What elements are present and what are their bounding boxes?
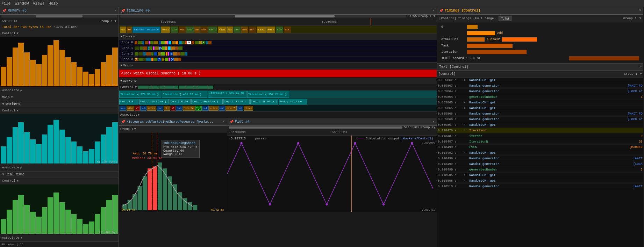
workers-associate-expand[interactable]: ▶ [21, 166, 22, 170]
realtime-bytes-label: 151 468 byt [99, 231, 117, 234]
text-panel-subheader: [Control] Group 1 ▼ [437, 71, 643, 78]
sub-7: oth [164, 106, 170, 111]
log-row-1: 0.085863 s Random generator [WAIT FO [437, 83, 643, 89]
plot-y-max: 1.000000 [422, 141, 435, 144]
main-layout: 📌 Memory #5 × 5s:000ms Group 1 ▼ Total 3… [0, 7, 644, 247]
menu-views[interactable]: Views [33, 1, 44, 6]
sr-re: Re [127, 27, 132, 33]
sub-8: <I [171, 106, 176, 111]
text-panel-title: Text [Control] [439, 65, 468, 69]
core-3-timeline: [R [C [W [135, 57, 437, 62]
main-dropdown[interactable]: ▼ [131, 64, 133, 67]
subtask-row: sub othe <I sub other sub oth <I sub oth… [119, 105, 437, 111]
hist-group-dropdown[interactable]: ▼ [134, 128, 136, 131]
sr-real3: Real [257, 27, 266, 33]
realtime-associate-dropdown[interactable]: ▼ [21, 236, 22, 240]
timing-subtask-text: subTask [487, 38, 500, 41]
memory-close-btn[interactable]: × [114, 9, 116, 13]
realtime-control-label: Control [2, 179, 15, 183]
timeline-associate-expand[interactable]: ▶ [138, 113, 140, 117]
core-0-row: Core 0 [119, 40, 437, 45]
sr-con: Con [171, 27, 178, 33]
histogram-close[interactable]: × [223, 120, 225, 124]
workers-header: ▼ Workers [119, 78, 437, 84]
realtime-dropdown[interactable]: ▼ [17, 179, 19, 183]
sr-real2: Real [218, 27, 227, 33]
svg-point-20 [325, 203, 328, 206]
histogram-title: Histogram subTaskUsingSharedResource [Wo… [127, 120, 213, 124]
timings-title: Timings [Control] [445, 9, 480, 13]
sr-wo: Wo [120, 27, 126, 33]
log-row-19: 0.118510 s Random generator [WAIT [437, 184, 643, 189]
log-row-11: 0.118487 s IterationN 38 [437, 139, 643, 145]
text-panel-close[interactable]: × [639, 65, 641, 69]
plot-group-btn[interactable]: Group 2 [420, 126, 434, 129]
realtime-section-label: Real time [6, 173, 24, 176]
timing-bar-task: Task [440, 43, 641, 49]
iteration-block-2: Iteration { 410.02 ms } [162, 91, 207, 98]
core-1-timeline: [Co [W [135, 45, 437, 51]
pin-icon: 📌 [2, 9, 6, 13]
text-group-dropdown[interactable]: ▼ [640, 72, 642, 76]
workers-triangle[interactable]: ▼ [2, 102, 4, 106]
memory-group-btn[interactable]: Group 1 ▼ [99, 20, 116, 23]
timings-group-dropdown[interactable]: ▼ [639, 17, 641, 20]
timeline-group-btn[interactable]: Group 1 ▼ [418, 15, 435, 18]
timeline-associate-row: Associate ▶ [119, 111, 437, 118]
timing-othersubt-bar [467, 37, 485, 42]
worker-control-row: Control ▼ [119, 84, 437, 90]
associate-label: Associate [2, 89, 19, 92]
core-0-timeline: W E [135, 40, 437, 45]
core-2-label: Core 2 [119, 52, 135, 56]
hist-range: Range Full [163, 153, 197, 156]
cores-header: ▼ Cores ▼ [119, 34, 437, 40]
hist-bin-size: Bin size 536.12 µs [163, 146, 197, 149]
timings-close[interactable]: × [639, 9, 641, 13]
sub-1: sub [120, 106, 126, 111]
sub-6: sub [157, 106, 163, 111]
control-dropdown[interactable]: ▼ [17, 32, 19, 35]
core-2-row: Core 2 [C [119, 51, 437, 57]
hist-avg-label: Avg: 34.79 ms [133, 152, 157, 155]
timing-d-label: d [441, 25, 466, 29]
worker-control-dropdown[interactable]: ▼ [135, 86, 137, 89]
sub-13: other [209, 106, 219, 111]
iteration-block-3: Iteration { 185.55 ms } [208, 91, 246, 98]
panel-timeline: 📌 Timeline #0 × 5s:55 Group 1 ▼ 5s:000ms… [119, 7, 437, 247]
svg-point-17 [240, 142, 242, 145]
timeline-panel-header: 📌 Timeline #0 × [119, 7, 437, 15]
associate-expand[interactable]: ▶ [21, 89, 22, 93]
timeline-close[interactable]: × [432, 9, 435, 13]
cores-triangle[interactable]: ▼ [120, 35, 122, 38]
log-row-18: 0.118508 s > RandomLCM::get [437, 178, 643, 184]
timing-bar-add: Add [440, 30, 641, 36]
workers-triangle[interactable]: ▼ [120, 79, 122, 83]
timing-fullrecord-bar [569, 56, 639, 60]
workers-control-row: Control ▼ [0, 107, 119, 114]
svg-rect-5 [148, 168, 152, 210]
plot-header: 📌 Plot #4 × [227, 118, 437, 126]
cores-section: ▼ Cores ▼ Core 0 [119, 34, 437, 63]
menu-window[interactable]: Window [15, 1, 29, 6]
cores-dropdown[interactable]: ▼ [133, 35, 135, 38]
timings-tolist-btn[interactable]: To list [499, 16, 511, 21]
timings-panel-header: 📌 Timings [Control] × [437, 7, 643, 15]
timing-iter-label: Iteration [441, 50, 466, 54]
timings-subheader: [Control] Timings (Full range) To list G… [437, 15, 643, 22]
sub-2: othe [127, 106, 135, 111]
timeline-associate-label: Associate [120, 113, 137, 117]
histogram-header: 📌 Histogram subTaskUsingSharedResource [… [119, 118, 227, 126]
main-dropdown[interactable]: ▼ [11, 96, 13, 99]
realtime-triangle[interactable]: ▼ [2, 173, 4, 176]
workers-control-dropdown[interactable]: ▼ [17, 109, 19, 112]
menu-help[interactable]: Help [49, 1, 58, 6]
main-triangle[interactable]: ▼ [120, 64, 122, 67]
plot-close[interactable]: × [432, 120, 435, 124]
task-block-1b: Task { 119.07 ms } [139, 99, 169, 104]
realtime-control-row: Control ▼ [0, 177, 119, 184]
menu-file[interactable]: File [1, 1, 10, 6]
sub-17: other [244, 106, 253, 111]
timeline-ruler: 5s:000ms 5s:500ms [119, 18, 437, 26]
hist-quantity: Quantity 66 [163, 149, 197, 153]
shared-resource-bar: Wo Re Shared resource Real Con Wor Con R… [119, 26, 437, 34]
